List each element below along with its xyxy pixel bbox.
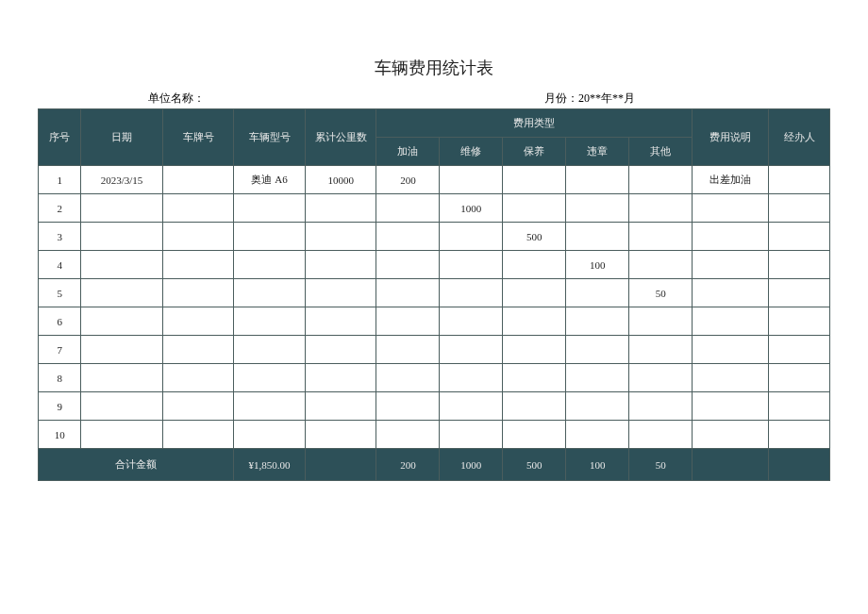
cell-violation (566, 223, 629, 251)
cell-fuel (376, 392, 440, 421)
cell-date (81, 336, 162, 364)
th-maint: 保养 (503, 138, 566, 166)
cell-other (629, 364, 693, 392)
cell-desc (693, 251, 769, 279)
cell-plate (162, 251, 234, 279)
cell-seq: 4 (39, 251, 81, 279)
cell-fuel (376, 364, 440, 392)
cell-plate (162, 392, 234, 421)
table-row: 21000 (39, 194, 830, 223)
cell-repair (440, 279, 503, 307)
cell-km (305, 336, 376, 364)
cell-plate (162, 279, 234, 307)
cell-violation (566, 194, 629, 223)
cell-plate (162, 223, 234, 251)
totals-violation: 100 (566, 449, 629, 481)
cell-violation (566, 307, 629, 336)
cell-seq: 1 (39, 166, 81, 194)
cell-maint: 500 (503, 223, 566, 251)
cell-repair (440, 336, 503, 364)
cell-plate (162, 166, 234, 194)
table-row: 6 (39, 307, 830, 336)
cell-km (305, 251, 376, 279)
cell-date (81, 421, 162, 449)
th-model: 车辆型号 (234, 109, 306, 166)
th-other: 其他 (629, 138, 693, 166)
cell-seq: 9 (39, 392, 81, 421)
table-row: 9 (39, 392, 830, 421)
th-desc: 费用说明 (693, 109, 769, 166)
cell-repair (440, 364, 503, 392)
cell-km (305, 364, 376, 392)
th-plate: 车牌号 (162, 109, 234, 166)
cell-km (305, 223, 376, 251)
cell-date (81, 279, 162, 307)
cell-maint (503, 307, 566, 336)
cell-maint (503, 336, 566, 364)
cell-other (629, 392, 693, 421)
cell-date: 2023/3/15 (81, 166, 162, 194)
cell-violation (566, 279, 629, 307)
cell-maint (503, 279, 566, 307)
th-fuel: 加油 (376, 138, 440, 166)
cell-desc: 出差加油 (693, 166, 769, 194)
cell-km (305, 194, 376, 223)
cell-date (81, 223, 162, 251)
cell-model (234, 251, 306, 279)
cell-violation (566, 166, 629, 194)
cell-model (234, 223, 306, 251)
cell-maint (503, 421, 566, 449)
cell-fuel (376, 251, 440, 279)
totals-blank-km (305, 449, 376, 481)
cell-repair (440, 166, 503, 194)
totals-blank-desc (693, 449, 769, 481)
totals-amount: ¥1,850.00 (234, 449, 306, 481)
cell-maint (503, 251, 566, 279)
totals-blank-agent (769, 449, 830, 481)
cell-seq: 3 (39, 223, 81, 251)
table-row: 7 (39, 336, 830, 364)
cell-repair (440, 307, 503, 336)
cell-km (305, 421, 376, 449)
cell-model (234, 336, 306, 364)
totals-label: 合计金额 (39, 449, 234, 481)
totals-maint: 500 (503, 449, 566, 481)
cell-agent (769, 279, 830, 307)
cell-agent (769, 307, 830, 336)
cell-maint (503, 166, 566, 194)
cell-seq: 8 (39, 364, 81, 392)
cell-km (305, 392, 376, 421)
table-row: 550 (39, 279, 830, 307)
cell-agent (769, 166, 830, 194)
cell-fuel (376, 194, 440, 223)
cell-agent (769, 336, 830, 364)
cell-violation (566, 392, 629, 421)
th-fee-type: 费用类型 (376, 109, 693, 138)
cell-date (81, 307, 162, 336)
cell-other (629, 336, 693, 364)
cell-km (305, 279, 376, 307)
cell-fuel (376, 307, 440, 336)
cell-seq: 10 (39, 421, 81, 449)
cell-desc (693, 421, 769, 449)
page-title: 车辆费用统计表 (38, 57, 830, 79)
totals-other: 50 (629, 449, 693, 481)
table-row: 4100 (39, 251, 830, 279)
cell-desc (693, 307, 769, 336)
cell-other: 50 (629, 279, 693, 307)
table-row: 12023/3/15奥迪 A610000200出差加油 (39, 166, 830, 194)
cell-fuel (376, 279, 440, 307)
cell-other (629, 421, 693, 449)
th-km: 累计公里数 (305, 109, 376, 166)
cell-fuel (376, 421, 440, 449)
cell-agent (769, 421, 830, 449)
cell-maint (503, 194, 566, 223)
cell-plate (162, 307, 234, 336)
cell-date (81, 194, 162, 223)
cell-km: 10000 (305, 166, 376, 194)
cell-repair (440, 421, 503, 449)
cell-model (234, 421, 306, 449)
expense-table: 序号 日期 车牌号 车辆型号 累计公里数 费用类型 费用说明 经办人 加油 维修… (38, 108, 830, 481)
cell-fuel: 200 (376, 166, 440, 194)
cell-desc (693, 279, 769, 307)
